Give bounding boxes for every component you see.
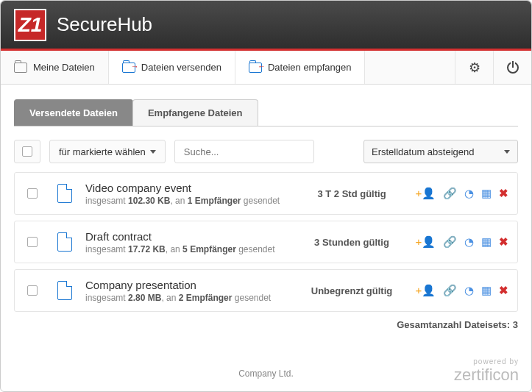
file-meta: insgesamt 2.80 MB, an 2 Empfänger gesend…	[85, 293, 291, 303]
app-header: Z1 SecureHub	[1, 1, 531, 51]
row-checkbox[interactable]	[15, 188, 50, 199]
nav-label: Dateien empfangen	[268, 62, 351, 73]
powered-by: powered by zertificon	[454, 357, 519, 385]
row-checkbox[interactable]	[15, 285, 50, 296]
folder-receive-icon	[249, 63, 262, 73]
calendar-icon[interactable]: ▦	[481, 187, 492, 200]
folder-icon	[14, 63, 27, 73]
clock-icon[interactable]: ◔	[464, 284, 474, 297]
row-info: Video company eventinsgesamt 102.30 KB, …	[79, 182, 297, 206]
delete-icon[interactable]: ✖	[499, 235, 508, 249]
row-info: Company presentationinsgesamt 2.80 MB, a…	[79, 279, 297, 303]
add-recipient-icon[interactable]: +👤	[416, 235, 436, 249]
sort-selected: Erstelldatum absteigend	[372, 146, 474, 157]
total-count: Gesamtanzahl Dateisets: 3	[14, 319, 518, 330]
file-tabs: Versendete Dateien Empfangene Dateien	[14, 99, 518, 126]
row-info: Draft contractinsgesamt 17.72 KB, an 5 E…	[79, 230, 297, 254]
file-row[interactable]: Video company eventinsgesamt 102.30 KB, …	[14, 172, 518, 215]
row-checkbox[interactable]	[15, 237, 50, 247]
file-title: Company presentation	[85, 279, 291, 291]
main-nav: Meine Dateien Dateien versenden Dateien …	[1, 51, 531, 85]
folder-send-icon	[122, 63, 135, 73]
company-name: Company Ltd.	[238, 368, 294, 379]
row-actions: +👤🔗◔▦✖	[407, 235, 517, 249]
logo: Z1	[14, 9, 46, 41]
add-recipient-icon[interactable]: +👤	[416, 284, 436, 297]
file-icon	[50, 281, 79, 300]
file-meta: insgesamt 17.72 KB, an 5 Empfänger gesen…	[85, 244, 291, 254]
row-actions: +👤🔗◔▦✖	[407, 187, 517, 200]
calendar-icon[interactable]: ▦	[481, 235, 492, 249]
search-input[interactable]	[174, 140, 314, 163]
validity: 3 T 2 Std gültig	[297, 188, 407, 199]
tab-received[interactable]: Empfangene Dateien	[132, 99, 258, 126]
app-title: SecureHub	[57, 13, 152, 36]
file-icon	[50, 232, 79, 252]
file-row[interactable]: Company presentationinsgesamt 2.80 MB, a…	[14, 269, 518, 312]
delete-icon[interactable]: ✖	[499, 284, 508, 297]
file-row[interactable]: Draft contractinsgesamt 17.72 KB, an 5 E…	[14, 221, 518, 263]
clock-icon[interactable]: ◔	[464, 235, 474, 249]
bulk-action-dropdown[interactable]: für markierte wählen	[49, 140, 166, 163]
add-recipient-icon[interactable]: +👤	[416, 187, 436, 200]
clock-icon[interactable]: ◔	[464, 187, 474, 200]
gear-icon: ⚙	[469, 60, 480, 76]
validity: Unbegrenzt gültig	[297, 285, 407, 296]
logout-button[interactable]	[493, 51, 531, 84]
nav-label: Dateien versenden	[141, 62, 221, 73]
power-icon	[507, 62, 519, 74]
nav-send-files[interactable]: Dateien versenden	[109, 51, 235, 84]
caret-down-icon	[150, 150, 156, 154]
caret-down-icon	[504, 150, 510, 154]
link-icon[interactable]: 🔗	[443, 235, 457, 249]
bulk-action-label: für markierte wählen	[59, 146, 146, 157]
select-all-checkbox[interactable]	[14, 140, 40, 163]
file-title: Video company event	[85, 182, 291, 194]
link-icon[interactable]: 🔗	[443, 284, 457, 297]
file-icon	[50, 184, 79, 203]
calendar-icon[interactable]: ▦	[481, 284, 492, 297]
link-icon[interactable]: 🔗	[443, 187, 457, 200]
validity: 3 Stunden gültig	[297, 237, 407, 248]
file-meta: insgesamt 102.30 KB, an 1 Empfänger gese…	[85, 196, 291, 206]
file-title: Draft contract	[85, 230, 291, 243]
nav-my-files[interactable]: Meine Dateien	[1, 51, 109, 84]
sort-select[interactable]: Erstelldatum absteigend	[363, 140, 518, 163]
settings-button[interactable]: ⚙	[455, 51, 493, 84]
nav-receive-files[interactable]: Dateien empfangen	[235, 51, 365, 84]
row-actions: +👤🔗◔▦✖	[407, 284, 517, 297]
tab-sent[interactable]: Versendete Dateien	[14, 99, 133, 126]
toolbar: für markierte wählen Erstelldatum abstei…	[14, 140, 518, 163]
nav-label: Meine Dateien	[33, 62, 95, 73]
footer: Company Ltd. powered by zertificon	[0, 355, 532, 392]
delete-icon[interactable]: ✖	[499, 187, 508, 200]
